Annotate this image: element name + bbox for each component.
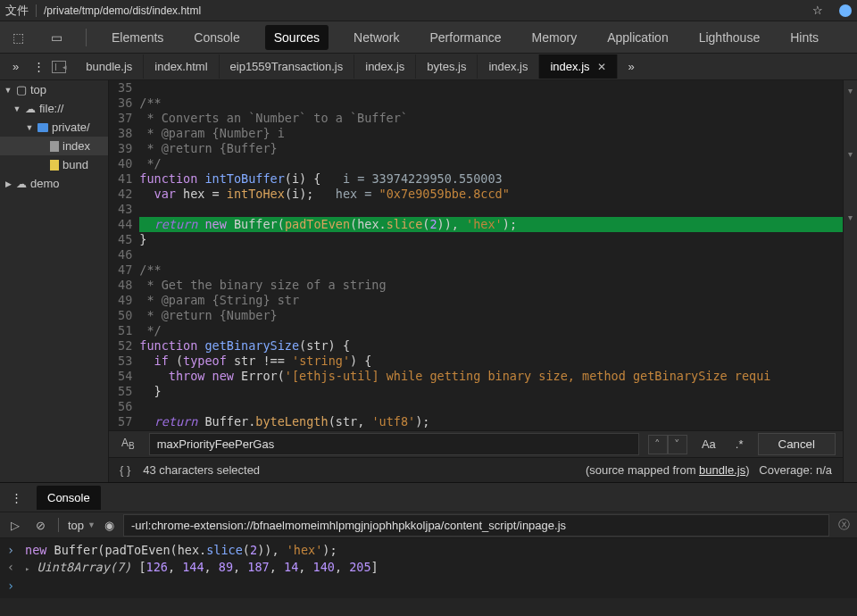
code-area[interactable]: 3536373839404142434445464748495051525354… (109, 80, 843, 430)
source-map-label-suffix: ) (745, 463, 749, 477)
separator (86, 29, 87, 46)
separator (36, 4, 37, 17)
search-prev-button[interactable]: ˄ (648, 435, 668, 454)
cloud-icon (25, 102, 36, 115)
chevron-down-icon[interactable]: ▾ (848, 212, 853, 222)
devtools-tabs: ⬚ ▭ ElementsConsoleSourcesNetworkPerform… (0, 21, 857, 54)
file-navigator[interactable]: ▼ ▢ top ▼file://▼private/indexbund▶demo (0, 80, 109, 482)
debugger-sidebar-collapsed[interactable]: ▾ ▾ ▾ (843, 80, 857, 482)
tab-console[interactable]: Console (37, 486, 101, 510)
execution-context-selector[interactable]: top ▼ (68, 519, 96, 532)
file-icon (50, 141, 59, 152)
url-path: /private/tmp/demo/dist/index.html (44, 4, 805, 17)
file-tab[interactable]: index.html (144, 54, 219, 79)
editor: 3536373839404142434445464748495051525354… (109, 80, 843, 482)
code-content[interactable]: /** * Converts an `Number` to a `Buffer`… (139, 80, 843, 430)
console-filter-input[interactable] (123, 514, 829, 537)
nav-root[interactable]: ▼ ▢ top (0, 80, 108, 99)
chevron-down-icon: ▼ (87, 520, 96, 529)
source-map-label-prefix: (source mapped from (586, 463, 699, 477)
console-input-text: new Buffer(padToEven(hex.slice(2)), 'hex… (25, 542, 337, 559)
console-output-line: ‹ ▸ Uint8Array(7) [126, 144, 89, 187, 14… (7, 559, 850, 578)
search-input[interactable] (149, 433, 639, 455)
chevron-down-icon[interactable]: ▾ (848, 149, 853, 159)
tab-sources[interactable]: Sources (265, 25, 329, 50)
close-icon[interactable]: ✕ (597, 61, 606, 73)
file-tab[interactable]: bundle.js (75, 54, 144, 79)
file-tab[interactable]: index.js (478, 54, 539, 79)
nav-node[interactable]: ▶demo (0, 174, 108, 193)
tab-performance[interactable]: Performance (424, 27, 506, 48)
match-case-toggle[interactable]: Aa (696, 437, 721, 451)
nav-node[interactable]: index (0, 137, 108, 155)
cloud-icon (16, 177, 27, 190)
more-menu-icon[interactable]: ⋮ (26, 60, 52, 73)
nav-overflow-left-icon[interactable]: » (5, 60, 26, 73)
tab-network[interactable]: Network (348, 27, 404, 48)
expand-arrow-icon[interactable]: ▼ (12, 104, 21, 113)
pretty-print-icon[interactable]: { } (120, 463, 130, 477)
live-expression-icon[interactable]: ◉ (104, 519, 114, 532)
separator (58, 518, 59, 532)
nav-label: private/ (52, 121, 90, 134)
play-icon[interactable]: ▷ (7, 519, 23, 532)
nav-label: index (62, 139, 90, 153)
scope-label: top (68, 519, 84, 532)
input-prompt-icon: › (7, 542, 18, 559)
file-tab[interactable]: bytes.js (416, 54, 478, 79)
console-drawer: ⋮ Console ▷ ⊘ top ▼ ◉ ⓧ › new Buffer(pad… (0, 482, 857, 598)
drawer-tabs: ⋮ Console (0, 483, 857, 512)
drawer-menu-icon[interactable]: ⋮ (5, 491, 28, 504)
collapse-arrow-icon[interactable]: ▼ (4, 86, 12, 95)
selection-status: 43 characters selected (143, 463, 260, 477)
tab-console[interactable]: Console (188, 27, 245, 48)
folder-icon (37, 123, 48, 132)
nav-label: file:// (39, 102, 63, 115)
regex-toggle[interactable]: .* (730, 437, 749, 451)
file-tab[interactable]: index.js (354, 54, 416, 79)
nav-node[interactable]: ▼file:// (0, 99, 108, 118)
output-prompt-icon: ‹ (7, 559, 18, 576)
tab-lighthouse[interactable]: Lighthouse (694, 27, 766, 48)
file-icon (50, 160, 59, 171)
tab-application[interactable]: Application (602, 27, 674, 48)
source-map-link[interactable]: bundle.js (699, 463, 745, 477)
nav-node[interactable]: bund (0, 155, 108, 174)
workspace: ▼ ▢ top ▼file://▼private/indexbund▶demo … (0, 80, 857, 482)
console-input-line[interactable]: › (7, 578, 850, 595)
nav-overflow-right-icon[interactable]: » (621, 60, 642, 73)
tab-hints[interactable]: Hints (785, 27, 824, 48)
menu-file[interactable]: 文件 (5, 3, 29, 19)
nav-root-label: top (30, 83, 46, 96)
replace-toggle-icon[interactable]: AB (116, 437, 140, 451)
console-toolbar: ▷ ⊘ top ▼ ◉ ⓧ (0, 512, 857, 538)
expand-arrow-icon[interactable]: ▼ (25, 123, 34, 132)
search-next-button[interactable]: ˅ (668, 435, 687, 454)
tab-memory[interactable]: Memory (527, 27, 583, 48)
clear-console-icon[interactable]: ⊘ (32, 519, 49, 532)
console-output-text: ▸ Uint8Array(7) [126, 144, 89, 187, 14, … (25, 559, 379, 578)
editor-status-bar: { } 43 characters selected (source mappe… (109, 457, 843, 482)
cancel-button[interactable]: Cancel (758, 433, 836, 455)
search-stepper: ˄ ˅ (648, 435, 687, 454)
navigator-toggle-icon[interactable]: ◂ (52, 61, 66, 73)
console-input-line: › new Buffer(padToEven(hex.slice(2)), 'h… (7, 542, 850, 559)
file-tab[interactable]: eip1559Transaction.js (220, 54, 355, 79)
chevron-down-icon[interactable]: ▾ (848, 86, 853, 96)
titlebar: 文件 /private/tmp/demo/dist/index.html ☆ (0, 0, 857, 21)
console-output[interactable]: › new Buffer(padToEven(hex.slice(2)), 'h… (0, 538, 857, 598)
clear-filter-icon[interactable]: ⓧ (838, 517, 850, 533)
profile-avatar-icon[interactable] (839, 4, 852, 17)
bookmark-star-icon[interactable]: ☆ (812, 4, 823, 17)
input-prompt-icon: › (7, 578, 18, 595)
file-tab[interactable]: index.js✕ (539, 54, 617, 79)
device-toggle-icon[interactable]: ▭ (47, 30, 66, 45)
tab-elements[interactable]: Elements (106, 27, 169, 48)
nav-node[interactable]: ▼private/ (0, 118, 108, 137)
nav-label: bund (62, 158, 88, 171)
coverage-status: Coverage: n/a (759, 463, 832, 477)
editor-search-bar: AB ˄ ˅ Aa .* Cancel (109, 430, 843, 457)
inspect-element-icon[interactable]: ⬚ (9, 30, 28, 45)
expand-arrow-icon[interactable]: ▶ (4, 179, 12, 188)
file-tab-strip: » ⋮ ◂ bundle.jsindex.htmleip1559Transact… (0, 54, 857, 80)
